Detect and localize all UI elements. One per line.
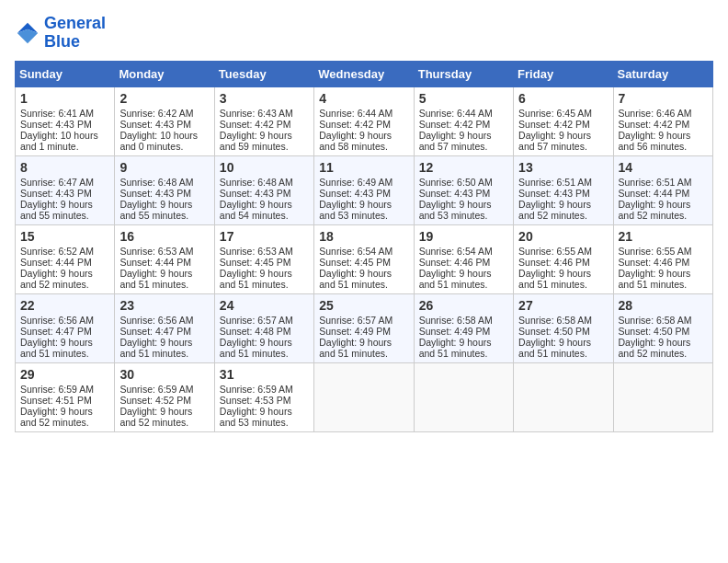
sunset-text: Sunset: 4:43 PM (319, 188, 408, 199)
sunset-text: Sunset: 4:42 PM (419, 119, 508, 130)
day-number: 15 (20, 229, 109, 244)
sunset-text: Sunset: 4:44 PM (619, 188, 708, 199)
daylight-text: Daylight: 9 hours and 51 minutes. (518, 337, 608, 359)
daylight-text: Daylight: 9 hours and 52 minutes. (119, 406, 209, 428)
sunrise-text: Sunrise: 6:56 AM (20, 315, 109, 326)
daylight-text: Daylight: 9 hours and 58 minutes. (319, 130, 408, 152)
calendar-cell: 29Sunrise: 6:59 AMSunset: 4:51 PMDayligh… (16, 362, 115, 431)
calendar-cell: 1Sunrise: 6:41 AMSunset: 4:43 PMDaylight… (16, 86, 115, 155)
day-number: 23 (119, 298, 209, 313)
sunrise-text: Sunrise: 6:48 AM (119, 177, 209, 188)
sunset-text: Sunset: 4:42 PM (619, 119, 708, 130)
sunrise-text: Sunrise: 6:54 AM (419, 246, 508, 257)
calendar-cell (514, 362, 613, 431)
sunset-text: Sunset: 4:45 PM (220, 257, 309, 268)
sunrise-text: Sunrise: 6:58 AM (419, 315, 508, 326)
calendar-cell: 8Sunrise: 6:47 AMSunset: 4:43 PMDaylight… (16, 155, 115, 224)
calendar-cell (314, 362, 414, 431)
calendar-week-2: 8Sunrise: 6:47 AMSunset: 4:43 PMDaylight… (16, 155, 713, 224)
sunset-text: Sunset: 4:42 PM (319, 119, 408, 130)
sunrise-text: Sunrise: 6:50 AM (419, 177, 508, 188)
calendar-cell (613, 362, 712, 431)
calendar-cell: 9Sunrise: 6:48 AMSunset: 4:43 PMDaylight… (115, 155, 214, 224)
daylight-text: Daylight: 9 hours and 57 minutes. (518, 130, 608, 152)
day-number: 6 (518, 91, 608, 106)
sunset-text: Sunset: 4:43 PM (20, 119, 109, 130)
calendar-cell: 21Sunrise: 6:55 AMSunset: 4:46 PMDayligh… (613, 224, 712, 293)
day-number: 14 (619, 160, 708, 175)
daylight-text: Daylight: 9 hours and 51 minutes. (20, 337, 109, 359)
day-number: 20 (518, 229, 608, 244)
sunset-text: Sunset: 4:43 PM (419, 188, 508, 199)
sunrise-text: Sunrise: 6:53 AM (119, 246, 209, 257)
daylight-text: Daylight: 9 hours and 51 minutes. (220, 337, 309, 359)
day-number: 27 (518, 298, 608, 313)
day-number: 1 (20, 91, 109, 106)
daylight-text: Daylight: 9 hours and 51 minutes. (319, 337, 408, 359)
calendar-header-row: SundayMondayTuesdayWednesdayThursdayFrid… (16, 61, 713, 86)
day-number: 24 (220, 298, 309, 313)
daylight-text: Daylight: 9 hours and 55 minutes. (119, 199, 209, 221)
sunrise-text: Sunrise: 6:42 AM (119, 108, 209, 119)
day-number: 30 (119, 367, 209, 382)
day-number: 31 (220, 367, 309, 382)
calendar-cell: 28Sunrise: 6:58 AMSunset: 4:50 PMDayligh… (613, 293, 712, 362)
sunset-text: Sunset: 4:44 PM (119, 257, 209, 268)
calendar-cell: 19Sunrise: 6:54 AMSunset: 4:46 PMDayligh… (414, 224, 513, 293)
sunset-text: Sunset: 4:46 PM (518, 257, 608, 268)
daylight-text: Daylight: 9 hours and 51 minutes. (119, 337, 209, 359)
sunset-text: Sunset: 4:50 PM (619, 326, 708, 337)
daylight-text: Daylight: 9 hours and 54 minutes. (220, 199, 309, 221)
sunset-text: Sunset: 4:43 PM (20, 188, 109, 199)
day-number: 29 (20, 367, 109, 382)
calendar-cell: 11Sunrise: 6:49 AMSunset: 4:43 PMDayligh… (314, 155, 414, 224)
daylight-text: Daylight: 10 hours and 0 minutes. (119, 130, 209, 152)
calendar-cell: 14Sunrise: 6:51 AMSunset: 4:44 PMDayligh… (613, 155, 712, 224)
daylight-text: Daylight: 10 hours and 1 minute. (20, 130, 109, 152)
calendar-cell: 15Sunrise: 6:52 AMSunset: 4:44 PMDayligh… (16, 224, 115, 293)
calendar-cell: 16Sunrise: 6:53 AMSunset: 4:44 PMDayligh… (115, 224, 214, 293)
sunset-text: Sunset: 4:42 PM (220, 119, 309, 130)
day-number: 4 (319, 91, 408, 106)
sunrise-text: Sunrise: 6:49 AM (319, 177, 408, 188)
day-number: 2 (119, 91, 209, 106)
daylight-text: Daylight: 9 hours and 53 minutes. (419, 199, 508, 221)
day-number: 9 (119, 160, 209, 175)
calendar-week-1: 1Sunrise: 6:41 AMSunset: 4:43 PMDaylight… (16, 86, 713, 155)
calendar-week-4: 22Sunrise: 6:56 AMSunset: 4:47 PMDayligh… (16, 293, 713, 362)
sunset-text: Sunset: 4:43 PM (220, 188, 309, 199)
daylight-text: Daylight: 9 hours and 51 minutes. (619, 268, 708, 290)
sunset-text: Sunset: 4:46 PM (419, 257, 508, 268)
calendar-cell: 31Sunrise: 6:59 AMSunset: 4:53 PMDayligh… (214, 362, 313, 431)
calendar-cell: 22Sunrise: 6:56 AMSunset: 4:47 PMDayligh… (16, 293, 115, 362)
daylight-text: Daylight: 9 hours and 52 minutes. (20, 268, 109, 290)
daylight-text: Daylight: 9 hours and 55 minutes. (20, 199, 109, 221)
day-number: 16 (119, 229, 209, 244)
header-saturday: Saturday (613, 61, 712, 86)
calendar-cell: 6Sunrise: 6:45 AMSunset: 4:42 PMDaylight… (514, 86, 613, 155)
daylight-text: Daylight: 9 hours and 51 minutes. (319, 268, 408, 290)
sunrise-text: Sunrise: 6:44 AM (419, 108, 508, 119)
sunrise-text: Sunrise: 6:43 AM (220, 108, 309, 119)
sunset-text: Sunset: 4:49 PM (419, 326, 508, 337)
logo-text: General Blue (44, 15, 106, 52)
daylight-text: Daylight: 9 hours and 52 minutes. (20, 406, 109, 428)
sunset-text: Sunset: 4:50 PM (518, 326, 608, 337)
calendar-cell: 30Sunrise: 6:59 AMSunset: 4:52 PMDayligh… (115, 362, 214, 431)
sunrise-text: Sunrise: 6:58 AM (518, 315, 608, 326)
calendar-cell: 4Sunrise: 6:44 AMSunset: 4:42 PMDaylight… (314, 86, 414, 155)
calendar-cell: 7Sunrise: 6:46 AMSunset: 4:42 PMDaylight… (613, 86, 712, 155)
sunrise-text: Sunrise: 6:59 AM (20, 384, 109, 395)
logo: General Blue (15, 15, 106, 52)
header-wednesday: Wednesday (314, 61, 414, 86)
day-number: 3 (220, 91, 309, 106)
sunset-text: Sunset: 4:43 PM (119, 119, 209, 130)
sunset-text: Sunset: 4:53 PM (220, 395, 309, 406)
day-number: 18 (319, 229, 408, 244)
sunrise-text: Sunrise: 6:58 AM (619, 315, 708, 326)
day-number: 26 (419, 298, 508, 313)
sunset-text: Sunset: 4:44 PM (20, 257, 109, 268)
calendar-cell: 3Sunrise: 6:43 AMSunset: 4:42 PMDaylight… (214, 86, 313, 155)
page-header: General Blue (15, 15, 713, 52)
daylight-text: Daylight: 9 hours and 51 minutes. (419, 268, 508, 290)
